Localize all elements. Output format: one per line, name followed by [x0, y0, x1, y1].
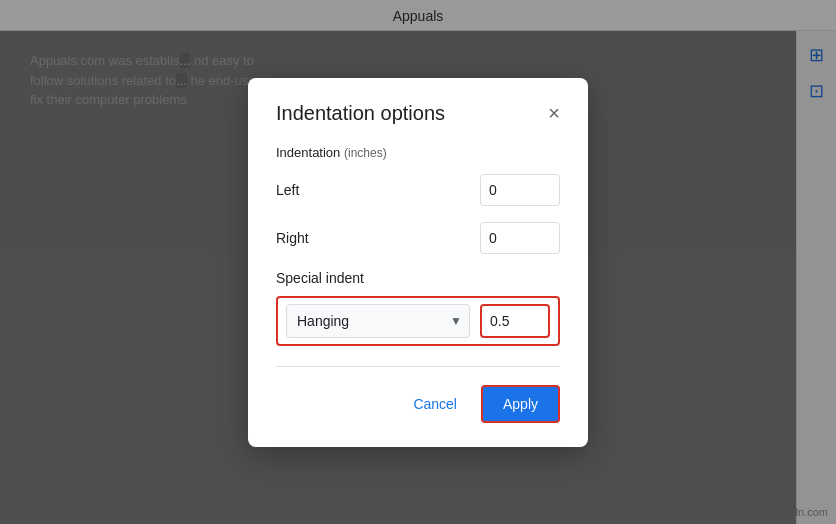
indentation-unit: (inches): [344, 146, 387, 160]
special-indent-row: None First line Hanging ▼: [276, 296, 560, 346]
dialog-title: Indentation options: [276, 102, 445, 125]
special-indent-label: Special indent: [276, 270, 560, 286]
indent-amount-input[interactable]: [480, 304, 550, 338]
special-indent-section: Special indent None First line Hanging ▼: [276, 270, 560, 346]
dialog-footer: Cancel Apply: [276, 385, 560, 423]
right-field-row: Right: [276, 222, 560, 254]
indent-type-wrapper: None First line Hanging ▼: [286, 304, 470, 338]
right-input[interactable]: [480, 222, 560, 254]
indentation-label: Indentation: [276, 145, 340, 160]
dialog-divider: [276, 366, 560, 367]
indentation-section-label: Indentation (inches): [276, 145, 560, 160]
left-label: Left: [276, 182, 299, 198]
indent-type-select[interactable]: None First line Hanging: [286, 304, 470, 338]
apply-button[interactable]: Apply: [481, 385, 560, 423]
dialog-header: Indentation options ×: [276, 102, 560, 125]
left-input[interactable]: [480, 174, 560, 206]
modal-overlay: Indentation options × Indentation (inche…: [0, 0, 836, 524]
left-field-row: Left: [276, 174, 560, 206]
cancel-button[interactable]: Cancel: [397, 385, 473, 423]
close-button[interactable]: ×: [548, 103, 560, 123]
right-label: Right: [276, 230, 309, 246]
indentation-dialog: Indentation options × Indentation (inche…: [248, 78, 588, 447]
